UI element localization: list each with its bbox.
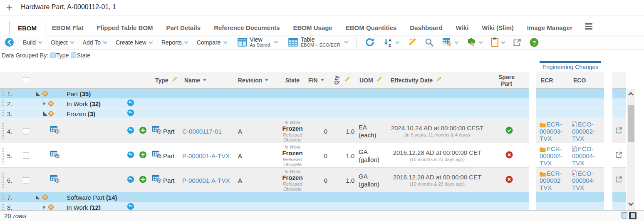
search-magnifier-icon[interactable] [425, 38, 434, 47]
tab-ebom-usage[interactable]: EBOM Usage [287, 22, 339, 35]
collapse-icon[interactable] [36, 92, 40, 96]
tab-ebom-flat[interactable]: EBOM Flat [45, 22, 90, 35]
table-selector[interactable]: TableEBOM + ECO/ECR [288, 37, 348, 47]
add-child-icon[interactable] [139, 176, 146, 184]
column-header-spare-part[interactable]: SparePart [485, 72, 528, 89]
expand-icon[interactable] [43, 206, 46, 209]
column-header-uom[interactable]: UOM [359, 72, 382, 89]
navigate-icon[interactable] [127, 109, 134, 118]
row-drag-handle[interactable] [1, 123, 5, 139]
ecr-link[interactable]: ECR-000002-TVX [540, 170, 567, 191]
tab-flipped-table-bom[interactable]: Flipped Table BOM [90, 22, 160, 35]
tab-ebom[interactable]: EBOM [9, 21, 45, 35]
row-drag-handle[interactable] [1, 90, 5, 97]
sort-az-icon[interactable]: AZ [383, 38, 399, 47]
collapse-icon[interactable] [43, 112, 47, 116]
group-row-in-work[interactable]: 2. In Work(32) [0, 99, 644, 109]
row-drag-handle[interactable] [1, 110, 5, 117]
tab-dashboard[interactable]: Dashboard [403, 22, 449, 35]
group-row-software-part[interactable]: 7. Software Part(14) [0, 192, 644, 202]
open-item-icon[interactable] [615, 151, 622, 160]
grouping-chip-type[interactable]: Type [50, 52, 69, 59]
eco-link[interactable]: ECO-000002-TVX [572, 121, 603, 142]
eco-link[interactable]: ECO-000004-TVX [572, 170, 603, 191]
column-header-qty[interactable]: Qty [332, 72, 350, 89]
ecr-link[interactable]: ECR-000003-TVX [540, 121, 567, 142]
view-selector[interactable]: ViewAs Stored [238, 37, 277, 47]
add-tab-icon[interactable]: + [4, 2, 14, 13]
collapse-icon[interactable] [36, 195, 40, 199]
table-pointer-icon[interactable] [442, 38, 458, 47]
ecr-link[interactable]: ECR-000002-TVX [540, 145, 567, 166]
refresh-icon[interactable] [365, 38, 375, 47]
open-item-icon[interactable] [615, 176, 622, 184]
column-header-ecr[interactable]: ECR [541, 72, 553, 89]
tab-part-details[interactable]: Part Details [160, 22, 208, 35]
row-drag-handle[interactable] [1, 100, 5, 107]
group-row-part[interactable]: 1. Part(35) [0, 89, 644, 99]
row-drag-handle[interactable] [1, 204, 5, 210]
part-name-link[interactable]: P-000001-A-TVX [182, 152, 230, 159]
grouping-chip-state[interactable]: State [71, 52, 90, 59]
column-header-revision[interactable]: Revision [238, 72, 268, 89]
scroll-up-icon[interactable] [628, 92, 634, 97]
back-icon[interactable] [5, 38, 14, 47]
export-icon[interactable] [513, 38, 521, 47]
menu-build[interactable]: Build [23, 39, 42, 46]
select-all-checkbox[interactable] [23, 77, 29, 83]
action-pointer-icon[interactable] [466, 38, 482, 47]
navigate-icon[interactable] [127, 99, 134, 108]
menu-add-to[interactable]: Add To [83, 39, 107, 46]
scrollbar-thumb[interactable] [628, 105, 634, 142]
tab-ebom-quantities[interactable]: EBOM Quantities [339, 22, 404, 35]
column-header-eco[interactable]: ECO [573, 72, 586, 89]
bom-row[interactable]: 5. Part P-000001-A-TVX A In Work Frozen … [0, 143, 644, 168]
bom-row[interactable]: 4. Part C-0000117-01 A In Work Frozen Re… [0, 119, 644, 143]
edit-pencil-icon[interactable] [376, 77, 382, 84]
column-header-effectivity[interactable]: Effectivity Date [391, 72, 441, 89]
column-header-name[interactable]: Name [184, 72, 206, 89]
tab-reference-documents[interactable]: Reference Documents [207, 22, 286, 35]
help-icon[interactable]: ? [530, 38, 539, 47]
row-drag-handle[interactable] [1, 194, 5, 201]
navigate-icon[interactable] [127, 176, 134, 184]
clipboard-icon[interactable] [490, 37, 505, 47]
add-child-icon[interactable] [139, 151, 146, 160]
tab-wiki-slim[interactable]: Wiki (Slim) [475, 22, 520, 35]
row-checkbox[interactable] [23, 152, 29, 159]
column-header-fn[interactable]: F/N [308, 72, 324, 89]
row-drag-handle[interactable] [1, 147, 5, 164]
grid-view-icon[interactable] [629, 212, 637, 219]
menu-create-new[interactable]: Create New [116, 39, 152, 46]
eco-link[interactable]: ECO-000004-TVX [572, 145, 603, 166]
tab-image-manager[interactable]: Image Manager [520, 22, 579, 35]
effectivity-date: 2016.12.28 AD at 00:00:00 CET(10 months … [388, 174, 486, 187]
navigate-icon[interactable] [127, 127, 134, 135]
open-item-icon[interactable] [615, 127, 622, 135]
tab-wiki[interactable]: Wiki [449, 22, 476, 35]
single-view-icon[interactable] [622, 212, 627, 219]
vertical-scrollbar[interactable] [627, 89, 635, 210]
add-child-icon[interactable] [139, 127, 146, 135]
row-drag-handle[interactable] [1, 172, 5, 189]
row-checkbox[interactable] [23, 128, 29, 134]
navigate-icon[interactable] [127, 151, 134, 160]
menu-reports[interactable]: Reports [161, 39, 188, 46]
part-name-link[interactable]: P-000001-A-TVX [182, 176, 230, 184]
group-row-in-work-2[interactable]: 8. In Work(12) [0, 202, 644, 210]
bom-row[interactable]: 6. Part P-000001-A-TVX A In Work Frozen … [0, 168, 644, 192]
row-checkbox[interactable] [23, 177, 29, 183]
edit-pencil-icon[interactable] [436, 77, 441, 84]
column-header-type[interactable]: Type [155, 72, 177, 89]
scroll-down-icon[interactable] [628, 201, 634, 206]
edit-pencil-icon[interactable] [407, 38, 416, 47]
edit-pencil-icon[interactable] [171, 77, 177, 84]
edit-pencil-icon[interactable] [344, 77, 350, 84]
menu-object[interactable]: Object [51, 39, 73, 46]
navigate-icon[interactable] [127, 203, 134, 210]
expand-icon[interactable] [43, 102, 46, 105]
group-row-frozen[interactable]: 3. Frozen(3) [0, 109, 644, 119]
menu-compare[interactable]: Compare [197, 39, 227, 46]
part-name-link[interactable]: C-0000117-01 [182, 127, 222, 134]
more-tabs-icon[interactable] [585, 23, 592, 31]
